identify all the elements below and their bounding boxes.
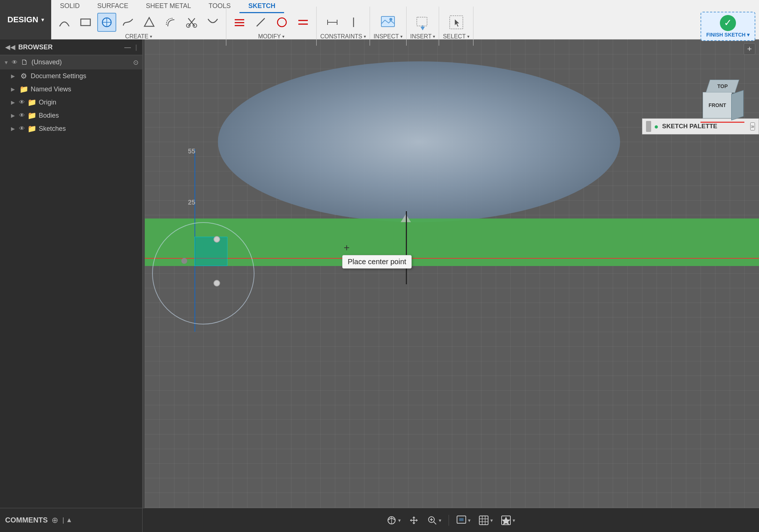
add-icon: ⊕ bbox=[52, 516, 58, 525]
grid-chevron: ▾ bbox=[490, 517, 493, 523]
browser-item-origin[interactable]: ▶ 👁 📁 Origin bbox=[0, 96, 142, 109]
select-icons bbox=[447, 13, 466, 32]
snap-point-2 bbox=[214, 280, 220, 286]
svg-marker-4 bbox=[144, 18, 154, 26]
circle-outline-button[interactable] bbox=[272, 13, 291, 32]
browser-item-doc-settings[interactable]: ▶ ⚙ Document Settings bbox=[0, 69, 142, 83]
tab-surface[interactable]: SURFACE bbox=[88, 0, 137, 13]
svg-marker-24 bbox=[420, 27, 425, 30]
tab-sketch[interactable]: SKETCH bbox=[239, 0, 284, 13]
circle-tool-button[interactable] bbox=[97, 13, 116, 32]
spline-tool-button[interactable] bbox=[118, 13, 137, 32]
design-label: DESIGN bbox=[7, 15, 38, 24]
viewport[interactable]: + 55 25 Place center point ● SKETCH PALE… bbox=[145, 39, 759, 508]
edge-line bbox=[406, 211, 407, 284]
appearance-chevron: ▾ bbox=[513, 517, 515, 523]
select-label[interactable]: SELECT ▾ bbox=[443, 33, 469, 40]
origin-icon: 📁 bbox=[27, 98, 37, 107]
axis-label-x: 25 bbox=[188, 199, 195, 206]
finish-sketch-button[interactable]: ✓ FINISH SKETCH ▾ bbox=[701, 12, 755, 41]
toolbar: DESIGN ▾ SOLID SURFACE SHEET METAL TOOLS… bbox=[0, 0, 759, 39]
unsaved-label: (Unsaved) bbox=[31, 58, 62, 66]
snap-point-3 bbox=[181, 258, 187, 264]
dimension-tool-button[interactable] bbox=[323, 13, 342, 32]
sketch-palette-expand-button[interactable]: » bbox=[750, 122, 755, 130]
bottom-bar: COMMENTS ⊕ | ▲ ▾ ▾ ▾ ▾ bbox=[0, 508, 759, 532]
orbit-button[interactable]: ▾ bbox=[384, 514, 404, 527]
offset-tool-button[interactable] bbox=[161, 13, 180, 32]
insert-label[interactable]: INSERT ▾ bbox=[410, 33, 435, 40]
arc-tool-button[interactable] bbox=[55, 13, 74, 32]
tab-solid[interactable]: SOLID bbox=[51, 0, 88, 13]
constraints-label[interactable]: CONSTRAINTS ▾ bbox=[320, 33, 366, 40]
inspect-label[interactable]: INSPECT ▾ bbox=[374, 33, 403, 40]
view-cube[interactable]: TOP FRONT bbox=[701, 80, 744, 123]
sketches-label: Sketches bbox=[39, 125, 66, 133]
create-label[interactable]: CREATE ▾ bbox=[125, 33, 152, 40]
browser-item-bodies[interactable]: ▶ 👁 📁 Bodies bbox=[0, 109, 142, 122]
vertical-line-button[interactable] bbox=[344, 13, 363, 32]
eye-icon[interactable]: 👁 bbox=[12, 59, 18, 66]
eye-icon[interactable]: 👁 bbox=[19, 112, 25, 119]
tab-sheet-metal[interactable]: SHEET METAL bbox=[137, 0, 200, 13]
cube-right-face[interactable] bbox=[731, 90, 744, 120]
modify-label[interactable]: MODIFY ▾ bbox=[258, 33, 284, 40]
select-button[interactable] bbox=[447, 13, 466, 32]
polygon-tool-button[interactable] bbox=[140, 13, 159, 32]
browser-collapse-button[interactable]: ◀◀ bbox=[5, 43, 15, 51]
appearance-button[interactable]: ▾ bbox=[498, 514, 518, 527]
finish-sketch-label: FINISH SKETCH ▾ bbox=[706, 32, 749, 38]
collapse-icon: | ▲ bbox=[63, 516, 73, 524]
constraints-icons bbox=[323, 13, 363, 32]
hatch-tool-button[interactable] bbox=[230, 13, 249, 32]
trim-tool-button[interactable] bbox=[182, 13, 201, 32]
comments-collapse-button[interactable]: | ▲ bbox=[63, 516, 73, 524]
insert-icons bbox=[413, 13, 432, 32]
settings-icon[interactable]: ⊙ bbox=[133, 58, 139, 66]
eye-icon[interactable]: 👁 bbox=[19, 99, 25, 106]
browser-item-named-views[interactable]: ▶ 📁 Named Views bbox=[0, 83, 142, 96]
zoom-button[interactable]: ▾ bbox=[424, 514, 444, 527]
sidebar: ◀◀ BROWSER — | ▼ 👁 🗋 (Unsaved) ⊙ ▶ ⚙ Doc… bbox=[0, 39, 143, 508]
snap-point-1 bbox=[214, 236, 220, 243]
palette-drag-handle[interactable] bbox=[646, 121, 651, 132]
viewport-add-button[interactable]: + bbox=[744, 43, 755, 55]
browser-content: ▼ 👁 🗋 (Unsaved) ⊙ ▶ ⚙ Document Settings … bbox=[0, 55, 142, 508]
image-inspect-button[interactable] bbox=[378, 13, 397, 32]
toolbar-constraints-section: CONSTRAINTS ▾ bbox=[317, 7, 370, 46]
toolbar-inspect-section: INSPECT ▾ bbox=[370, 7, 407, 46]
cube-top-face[interactable]: TOP bbox=[706, 80, 739, 93]
mirror-tool-button[interactable] bbox=[203, 13, 222, 32]
arrow-icon: ▶ bbox=[11, 86, 17, 92]
pan-button[interactable] bbox=[406, 514, 422, 527]
design-button[interactable]: DESIGN ▾ bbox=[0, 0, 51, 39]
axis-label-y: 55 bbox=[188, 148, 195, 155]
inspect-icons bbox=[378, 13, 397, 32]
svg-point-8 bbox=[193, 24, 197, 27]
equal-tool-button[interactable] bbox=[294, 13, 313, 32]
cube-front-label: FRONT bbox=[709, 102, 726, 108]
place-center-point-tooltip: Place center point bbox=[342, 255, 412, 269]
rectangle-tool-button[interactable] bbox=[76, 13, 95, 32]
arrow-icon: ▶ bbox=[11, 99, 17, 105]
comments-add-button[interactable]: ⊕ bbox=[52, 516, 58, 525]
line-tool-button[interactable] bbox=[251, 13, 270, 32]
document-icon: 🗋 bbox=[20, 58, 29, 66]
finish-sketch-check-icon: ✓ bbox=[720, 15, 736, 31]
insert-button[interactable] bbox=[413, 13, 432, 32]
svg-rect-35 bbox=[479, 516, 488, 525]
gear-icon: ⚙ bbox=[19, 72, 29, 80]
svg-marker-41 bbox=[502, 517, 510, 525]
grid-toggle-button[interactable]: ▾ bbox=[476, 514, 496, 527]
eye-icon[interactable]: 👁 bbox=[19, 125, 25, 132]
sketch-palette-icon: ● bbox=[654, 122, 658, 131]
browser-item-sketches[interactable]: ▶ 👁 📁 Sketches bbox=[0, 122, 142, 135]
vp-separator-1 bbox=[449, 515, 449, 526]
browser-item-unsaved[interactable]: ▼ 👁 🗋 (Unsaved) ⊙ bbox=[0, 55, 142, 69]
display-mode-button[interactable]: ▾ bbox=[453, 514, 473, 527]
3d-cylinder-top bbox=[218, 61, 620, 222]
svg-rect-34 bbox=[459, 518, 464, 521]
tab-tools[interactable]: TOOLS bbox=[200, 0, 239, 13]
cursor-crosshair: + bbox=[344, 242, 350, 254]
cube-front-face[interactable]: FRONT bbox=[703, 92, 732, 118]
